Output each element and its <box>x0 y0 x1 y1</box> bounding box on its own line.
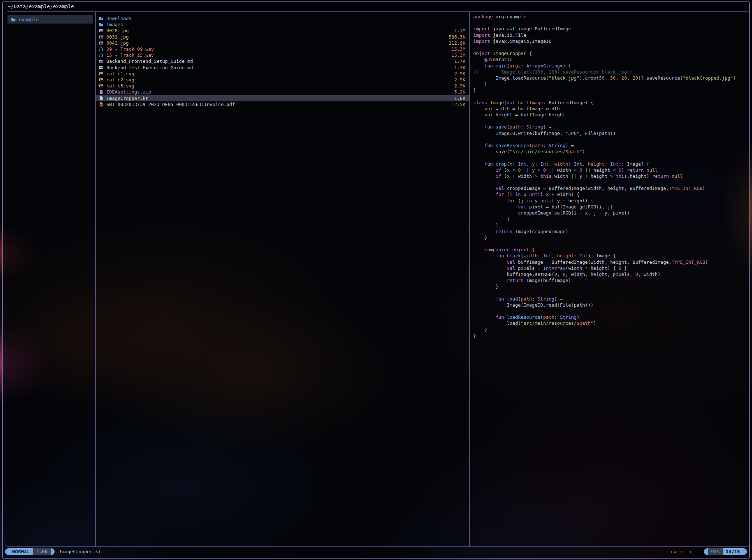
file-icon <box>99 96 104 101</box>
file-name: 15 - Track 15.wav <box>106 52 154 58</box>
pill-cap-right <box>51 548 55 555</box>
file-row[interactable]: IDEAsettings.zip 5.2K <box>96 89 469 95</box>
file-size: 1.3K <box>454 65 465 70</box>
current-file-name: ImageCropper.kt <box>59 549 101 554</box>
image-icon <box>99 71 104 76</box>
file-size: 2.9K <box>454 77 465 82</box>
file-row[interactable]: Backend_Frontend_Setup_Guide.md 1.7K <box>96 58 469 64</box>
file-size: 2.9K <box>454 83 465 89</box>
file-row[interactable]: 09 - Track 09.wav 15.3M <box>96 46 469 52</box>
parent-dir-label: example <box>19 17 39 22</box>
audio-icon <box>99 47 104 51</box>
position-pill: 93% 14/15 <box>704 548 747 555</box>
file-size: 12.5K <box>451 102 465 107</box>
image-icon <box>99 84 104 88</box>
file-name: 0042.jpg <box>106 40 129 46</box>
file-row[interactable]: SBI_0032013739_2023_DE05_0003155631Invoi… <box>96 101 469 107</box>
path-breadcrumb: ~/Data/example/example <box>8 4 74 9</box>
pill-cap-left <box>5 548 9 555</box>
mode-indicator: NORMAL <box>9 548 33 555</box>
file-row[interactable]: 0042.jpg 212.9K <box>96 40 469 46</box>
yazi-pane-container: example Downloads Images 0028.jpg 1.3M 0… <box>5 11 750 547</box>
scroll-percent: 93% <box>708 548 722 555</box>
file-row[interactable]: cal-c2.svg 2.9K <box>96 77 469 83</box>
folder-icon <box>99 22 104 27</box>
parent-pane: example <box>5 12 95 546</box>
file-row[interactable]: 15 - Track 15.wav 15.3M <box>96 52 469 58</box>
file-size: 586.3K <box>449 34 465 40</box>
markdown-icon <box>99 59 104 64</box>
file-name: 0031.jpg <box>106 34 129 40</box>
parent-dir-item-example[interactable]: example <box>7 15 93 24</box>
file-size: 1.7K <box>454 59 465 64</box>
file-row[interactable]: 0028.jpg 1.3M <box>96 27 469 34</box>
file-name: cal-c3.svg <box>106 83 134 89</box>
file-name: 09 - Track 09.wav <box>106 46 154 52</box>
file-name: SBI_0032013739_2023_DE05_0003155631Invoi… <box>106 102 235 107</box>
file-size: 1.6K <box>454 96 465 101</box>
markdown-icon <box>99 65 104 70</box>
file-name: 0028.jpg <box>106 28 129 33</box>
file-name: Backend_Test_Execution_Guide.md <box>106 65 193 70</box>
file-size: 15.3M <box>451 52 465 58</box>
file-size: 2.9K <box>454 71 465 76</box>
file-name: IDEAsettings.zip <box>106 89 151 95</box>
file-row[interactable]: cal-c1.svg 2.9K <box>96 71 469 77</box>
audio-icon <box>99 53 104 57</box>
image-icon <box>99 41 104 45</box>
file-name: cal-c1.svg <box>106 71 134 76</box>
zip-icon <box>99 90 104 94</box>
file-row[interactable]: Images <box>96 21 469 27</box>
image-icon <box>99 35 104 39</box>
file-row[interactable]: ImageCropper.kt 1.6K <box>96 95 469 101</box>
file-size: 15.3M <box>451 46 465 52</box>
folder-icon <box>11 17 16 22</box>
file-size: 1.3M <box>454 28 465 33</box>
preview-pane: package org.example import java.awt.imag… <box>470 12 750 546</box>
pdf-icon <box>99 102 104 107</box>
pill-cap-right <box>743 548 747 555</box>
file-name: Backend_Frontend_Setup_Guide.md <box>106 59 193 64</box>
mode-pill: NORMAL 1.6K <box>5 548 55 555</box>
file-size-indicator: 1.6K <box>33 548 51 555</box>
file-row[interactable]: 0031.jpg 586.3K <box>96 34 469 40</box>
pill-cap-left <box>704 548 708 555</box>
file-name: ImageCropper.kt <box>106 96 148 101</box>
file-row[interactable]: Backend_Test_Execution_Guide.md 1.3K <box>96 65 469 71</box>
status-bar: NORMAL 1.6K ImageCropper.kt -rw-r--r-- 9… <box>5 548 747 556</box>
file-row[interactable]: cal-c3.svg 2.9K <box>96 83 469 89</box>
code-preview: package org.example import java.awt.imag… <box>473 14 736 339</box>
file-name: Images <box>106 22 123 27</box>
file-list-pane: Downloads Images 0028.jpg 1.3M 0031.jpg … <box>96 12 469 546</box>
file-row[interactable]: Downloads <box>96 15 469 21</box>
file-name: cal-c2.svg <box>106 77 134 82</box>
image-icon <box>99 28 104 33</box>
image-icon <box>99 77 104 82</box>
terminal-window: ~/Data/example/example example Downloads… <box>2 1 750 559</box>
status-bar-right: -rw-r--r-- 93% 14/15 <box>667 548 747 555</box>
file-size: 212.9K <box>449 40 465 46</box>
file-permissions: -rw-r--r-- <box>667 549 699 554</box>
file-size: 5.2K <box>454 89 465 95</box>
cursor-position: 14/15 <box>723 548 743 555</box>
file-name: Downloads <box>106 16 131 21</box>
folder-download-icon <box>99 16 104 21</box>
